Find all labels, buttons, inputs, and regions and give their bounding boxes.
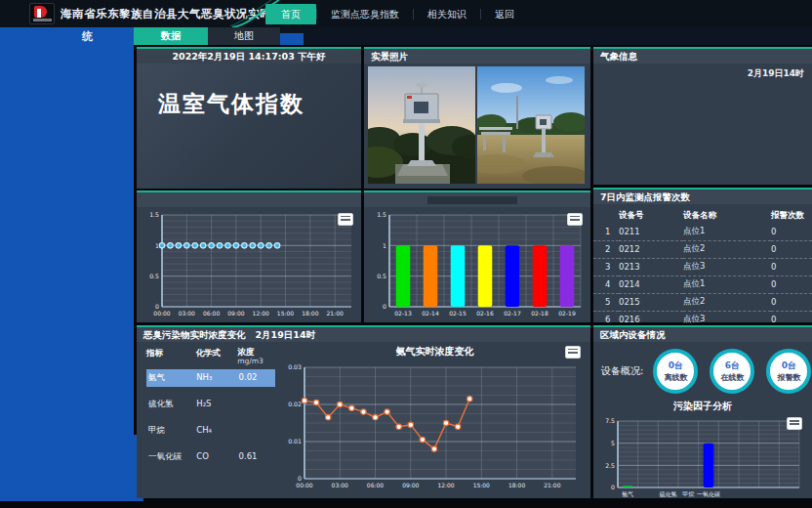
offline-label: 离线数 xyxy=(664,372,687,383)
alarm-table-row: 50215点位20 xyxy=(593,294,812,312)
svg-text:12:00: 12:00 xyxy=(253,310,269,317)
site-photo-dusk xyxy=(368,66,475,184)
photos-body xyxy=(364,64,590,187)
online-label: 在线数 xyxy=(720,372,744,383)
odor-cell: NH₃ xyxy=(196,372,238,384)
panel-odor-pollutants: 恶臭污染物实时浓度变化 2月19日14时 指标 化学式 浓度 mg/m3 氨气N… xyxy=(137,325,590,498)
alarm-cell: 0215 xyxy=(619,294,683,312)
alarm-cell: 点位2 xyxy=(683,241,771,259)
svg-text:06:00: 06:00 xyxy=(367,482,384,488)
svg-text:5: 5 xyxy=(611,440,615,446)
alarm-cell: 0 xyxy=(771,224,812,241)
alarm-cell: 0 xyxy=(771,259,812,276)
svg-text:02-14: 02-14 xyxy=(422,310,439,317)
chart-toolbox-menu-icon[interactable] xyxy=(338,213,353,226)
odor-title: 恶臭污染物实时浓度变化 xyxy=(143,327,246,342)
nav-item-odor-index[interactable]: 监测点恶臭指数 xyxy=(317,4,413,24)
svg-text:03:00: 03:00 xyxy=(179,310,195,317)
col-alarm-count: 报警次数 xyxy=(771,208,812,224)
panel-alarms: 7日内监测点报警次数 设备号 设备名称 报警次数 10211点位1020212点… xyxy=(593,188,812,322)
greenhouse-chart-container[interactable]: 00.511.500:0003:0006:0009:0012:0015:0018… xyxy=(137,207,361,320)
svg-text:0.01: 0.01 xyxy=(288,438,302,444)
top-navigation: 首页 监测点恶臭指数 相关知识 返回 xyxy=(265,0,528,27)
sidebar-blue-region xyxy=(0,27,134,501)
unit-label: mg/m3 xyxy=(237,358,275,366)
col-device-name: 设备名称 xyxy=(683,208,771,224)
odor-table-row[interactable]: 甲烷CH₄ xyxy=(146,422,275,440)
nav-item-home[interactable]: 首页 xyxy=(265,4,316,24)
device-stats: 0台 离线数 6台 在线数 0台 报警数 xyxy=(653,349,811,394)
dashboard-root: 海南省乐东黎族自治县大气恶臭状况实时发布系 首页 监测点恶臭指数 相关知识 返回… xyxy=(0,0,812,508)
odor-table-row-selected[interactable]: 氨气NH₃0.02 xyxy=(146,369,275,387)
greenhouse-title: 温室气体指数 xyxy=(158,89,361,119)
alarm-table-row: 10211点位10 xyxy=(593,224,812,241)
svg-text:0.5: 0.5 xyxy=(149,273,159,279)
nav-item-back[interactable]: 返回 xyxy=(481,4,528,24)
odor-index-bar-chart[interactable]: 00.511.502-1302-1402-1502-1602-1702-1802… xyxy=(366,208,589,319)
devices-title: 区域内设备情况 xyxy=(600,327,666,342)
svg-text:甲烷: 甲烷 xyxy=(682,490,694,497)
svg-text:09:00: 09:00 xyxy=(402,482,419,488)
svg-text:02-17: 02-17 xyxy=(504,310,521,317)
tab-map[interactable]: 地图 xyxy=(208,27,280,45)
alarm-cell: 0 xyxy=(771,276,812,294)
svg-text:00:00: 00:00 xyxy=(153,310,170,317)
alarm-cell: 0213 xyxy=(619,259,683,276)
odor-body: 指标 化学式 浓度 mg/m3 氨气NH₃0.02硫化氢H₂S甲烷CH₄一氧化碳… xyxy=(137,342,590,498)
panel-photos: 实景照片 xyxy=(364,47,590,189)
odor-table-row[interactable]: 硫化氢H₂S xyxy=(146,396,275,413)
logo-subtext xyxy=(33,19,52,21)
svg-text:21:00: 21:00 xyxy=(544,482,560,488)
faint-header-text xyxy=(427,196,517,204)
nav-item-knowledge[interactable]: 相关知识 xyxy=(414,4,480,24)
alarms-title: 7日内监测点报警次数 xyxy=(600,190,690,204)
datetime-text: 2022年2月19日 14:17:03 下午好 xyxy=(172,49,325,64)
panel-devices: 区域内设备情况 设备概况: 0台 离线数 6台 在线数 0台 报警数 污染因子分… xyxy=(593,325,812,498)
col-index xyxy=(593,208,619,224)
panel-odor-index-chart: 00.511.502-1302-1402-1502-1602-1702-1802… xyxy=(364,190,590,322)
svg-text:7.5: 7.5 xyxy=(605,417,615,424)
svg-text:03:00: 03:00 xyxy=(332,482,348,488)
svg-text:18:00: 18:00 xyxy=(508,482,525,488)
brand-logo-icon xyxy=(29,3,55,24)
chart-toolbox-menu-icon[interactable] xyxy=(565,346,581,359)
panel-header-empty xyxy=(364,192,590,207)
svg-text:02-13: 02-13 xyxy=(394,310,412,317)
alarm-cell: 0214 xyxy=(619,276,683,294)
odor-table-row[interactable]: 一氧化碳CO0.61 xyxy=(146,448,275,466)
alarm-count: 0台 xyxy=(782,360,796,372)
svg-text:00:00: 00:00 xyxy=(296,482,312,488)
pollution-bar-chart[interactable]: 02.557.5氨气硫化氢甲烷一氧化碳 xyxy=(598,414,807,500)
odor-table-header: 指标 化学式 浓度 mg/m3 xyxy=(146,348,275,365)
greenhouse-line-chart[interactable]: 00.511.500:0003:0006:0009:0012:0015:0018… xyxy=(139,208,359,319)
odor-cell: 氨气 xyxy=(148,372,196,384)
odor-cell: 一氧化碳 xyxy=(148,451,196,463)
svg-text:1: 1 xyxy=(155,242,159,249)
topbar: 海南省乐东黎族自治县大气恶臭状况实时发布系 首页 监测点恶臭指数 相关知识 返回 xyxy=(0,0,812,27)
alarm-cell: 3 xyxy=(593,259,619,276)
alarm-cell: 5 xyxy=(593,294,619,312)
chart-toolbox-menu-icon[interactable] xyxy=(567,213,583,226)
device-overview-label: 设备概况: xyxy=(601,364,643,378)
svg-text:02-18: 02-18 xyxy=(531,310,548,317)
alarm-cell: 0 xyxy=(771,294,812,312)
odor-time: 2月19日14时 xyxy=(256,327,316,342)
stat-alarm-circle: 0台 报警数 xyxy=(766,349,811,394)
alarm-cell: 点位1 xyxy=(683,224,771,241)
svg-text:0: 0 xyxy=(611,484,615,490)
odor-index-chart-container[interactable]: 00.511.502-1302-1402-1502-1602-1702-1802… xyxy=(364,207,590,320)
panel-greenhouse-chart: 00.511.500:0003:0006:0009:0012:0015:0018… xyxy=(137,190,361,322)
svg-text:0: 0 xyxy=(383,303,386,310)
pollution-chart-container[interactable]: 02.557.5氨气硫化氢甲烷一氧化碳 xyxy=(593,413,812,501)
col-device-id: 设备号 xyxy=(619,208,683,224)
alarm-cell: 点位2 xyxy=(683,294,771,312)
device-overview-row: 设备概况: 0台 离线数 6台 在线数 0台 报警数 xyxy=(593,342,812,397)
svg-text:15:00: 15:00 xyxy=(277,310,294,317)
alarm-cell: 0 xyxy=(771,241,812,259)
svg-text:15:00: 15:00 xyxy=(473,482,490,488)
chart-toolbox-menu-icon[interactable] xyxy=(787,417,802,430)
svg-text:18:00: 18:00 xyxy=(302,310,318,317)
tab-data[interactable]: 数据 xyxy=(134,27,208,45)
ammonia-line-chart[interactable]: 00.010.020.0300:0003:0006:0009:0012:0015… xyxy=(279,360,584,491)
svg-text:21:00: 21:00 xyxy=(326,310,343,317)
